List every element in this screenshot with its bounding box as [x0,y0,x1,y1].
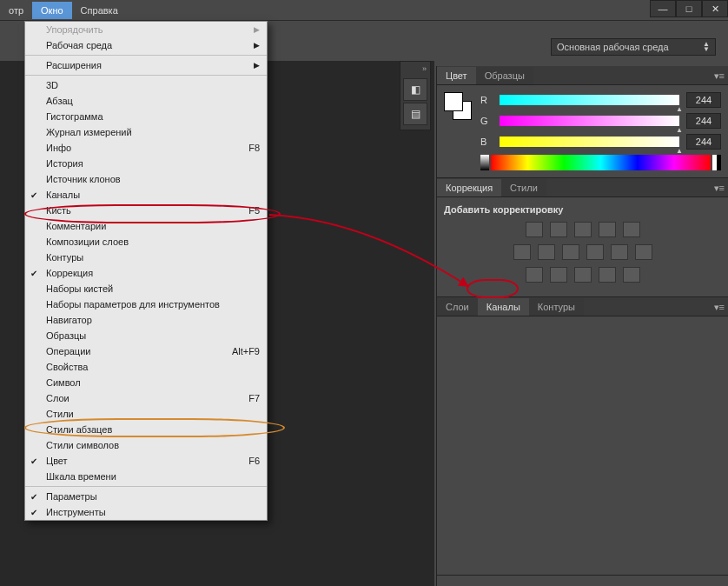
panel-menu-icon[interactable]: ▾≡ [714,302,725,313]
tab-layers[interactable]: Слои [437,298,478,316]
layers-panel: Слои Каналы Контуры ▾≡ [437,297,728,576]
tab-color[interactable]: Цвет [437,67,476,84]
menu-item: Упорядочить▶ [25,22,267,37]
menu-item[interactable]: Навигатор [25,312,267,328]
bw-icon[interactable] [562,244,579,260]
menu-item[interactable]: СлоиF7 [25,390,267,406]
slider-b[interactable] [500,137,679,147]
invert-icon[interactable] [526,267,543,283]
brightness-icon[interactable] [526,222,543,237]
value-g[interactable]: 244 [686,113,721,129]
menu-item[interactable]: Абзац [25,93,267,109]
menu-item[interactable]: ЦветF6 [25,453,267,469]
menu-item[interactable]: Контуры [25,250,267,265]
value-r[interactable]: 244 [686,92,721,108]
adjustments-panel: Коррекция Стили ▾≡ Добавить корректировк… [437,178,728,297]
slider-g[interactable] [500,116,679,126]
menu-item[interactable]: 3D [25,77,267,93]
slider-r[interactable] [500,95,679,105]
fg-bg-swatch[interactable] [444,92,472,120]
menu-item[interactable]: Параметры [25,489,267,504]
exposure-icon[interactable] [599,222,616,237]
adjustment-icon-row-3 [444,267,721,283]
tab-channels[interactable]: Каналы [478,298,529,316]
adjustment-icon-row-1 [444,222,721,237]
menu-item[interactable]: Коррекция [25,265,267,281]
menu-item[interactable]: Свойства [25,359,267,375]
menu-item[interactable]: Образцы [25,328,267,343]
expand-icon[interactable]: » [400,64,430,77]
tab-paths[interactable]: Контуры [529,298,584,316]
panel-menu-icon[interactable]: ▾≡ [714,70,725,82]
histogram-icon[interactable]: ◧ [403,78,427,101]
color-panel: Цвет Образцы ▾≡ R 244 G 24 [437,66,728,178]
menu-item[interactable]: Гистограмма [25,109,267,124]
panel-menu-icon[interactable]: ▾≡ [714,183,725,194]
menu-item[interactable]: Стили символов [25,437,267,453]
menu-item[interactable]: Стили абзацев [25,422,267,437]
posterize-icon[interactable] [550,267,567,283]
adjustment-icon-row-2 [444,244,721,260]
channel-mixer-icon[interactable] [611,244,628,260]
curves-icon[interactable] [574,222,592,237]
menu-item[interactable]: ИнфоF8 [25,140,267,156]
menu-item[interactable]: Комментарии [25,218,267,234]
close-button[interactable]: ✕ [702,0,728,17]
menu-window[interactable]: Окно [32,2,72,19]
color-lookup-icon[interactable] [635,244,652,260]
menu-item[interactable]: Журнал измерений [25,124,267,140]
menu-item[interactable]: История [25,156,267,171]
value-b[interactable]: 244 [686,134,721,150]
collapsed-panel-dock: » ◧ ▤ [400,61,431,130]
hue-icon[interactable] [513,244,531,260]
menu-item[interactable]: Символ [25,375,267,390]
maximize-button[interactable]: □ [676,0,702,17]
selective-color-icon[interactable] [623,267,640,283]
channel-g-label: G [480,116,493,126]
workspace-label: Основная рабочая среда [557,42,669,52]
menu-item[interactable]: Стили [25,406,267,422]
menu-item[interactable]: Инструменты [25,504,267,520]
menu-item[interactable]: Рабочая среда▶ [25,37,267,53]
menu-item[interactable]: ОперацииAlt+F9 [25,343,267,359]
tab-swatches[interactable]: Образцы [476,67,533,84]
color-balance-icon[interactable] [538,244,555,260]
workspace-switcher[interactable]: Основная рабочая среда ▲▼ [551,38,716,56]
menu-item[interactable]: Расширения▶ [25,57,267,73]
color-spectrum-bar[interactable] [491,155,711,170]
menu-item[interactable]: КистьF5 [25,203,267,218]
menu-item[interactable]: Композиции слоев [25,234,267,250]
menu-item[interactable]: Наборы параметров для инструментов [25,296,267,312]
channel-r-label: R [480,95,493,105]
minimize-button[interactable]: — [650,0,676,17]
gradient-map-icon[interactable] [599,267,616,283]
threshold-icon[interactable] [574,267,592,283]
menu-view-partial[interactable]: отр [0,2,32,19]
menubar: отр Окно Справка [0,0,728,21]
levels-icon[interactable] [550,222,567,237]
window-menu-dropdown: Упорядочить▶Рабочая среда▶Расширения▶3DА… [24,21,268,521]
menu-item[interactable]: Наборы кистей [25,281,267,296]
channel-b-label: B [480,137,493,147]
right-panel-dock: Цвет Образцы ▾≡ R 244 G 24 [436,66,728,586]
photo-filter-icon[interactable] [586,244,604,260]
tab-styles[interactable]: Стили [501,179,546,196]
adjustments-heading: Добавить корректировку [444,204,721,215]
window-controls: — □ ✕ [650,0,728,17]
menu-item[interactable]: Шкала времени [25,469,267,484]
dropdown-icon: ▲▼ [703,42,710,52]
navigator-icon[interactable]: ▤ [403,103,427,125]
menu-help[interactable]: Справка [72,2,127,19]
vibrance-icon[interactable] [623,222,640,237]
menu-item[interactable]: Источник клонов [25,171,267,187]
tab-adjustments[interactable]: Коррекция [437,179,501,196]
menu-item[interactable]: Каналы [25,187,267,203]
